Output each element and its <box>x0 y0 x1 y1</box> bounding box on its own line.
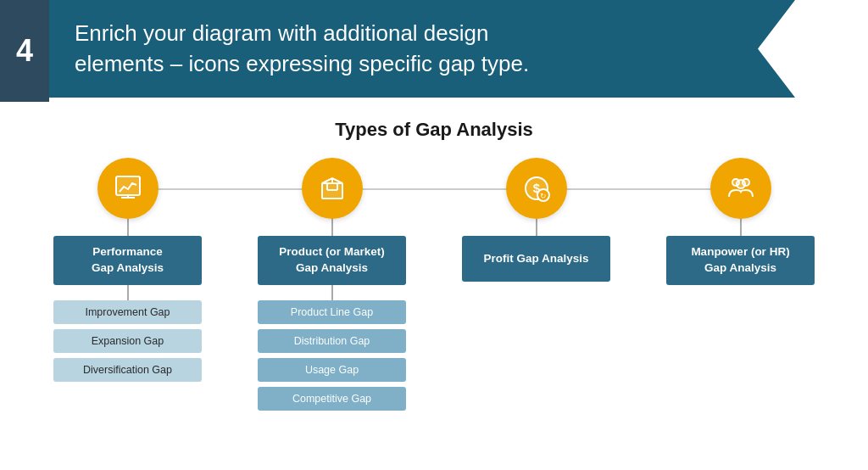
svg-point-15 <box>737 180 745 188</box>
columns-container: PerformanceGap Analysis Improvement Gap … <box>25 158 843 411</box>
vline-performance-bottom <box>127 285 129 300</box>
manpower-label: Manpower (or HR)Gap Analysis <box>666 236 815 285</box>
column-profit: $ ↻ Profit Gap Analysis <box>443 158 630 282</box>
profit-label: Profit Gap Analysis <box>462 236 610 282</box>
people-icon <box>710 158 771 219</box>
svg-rect-0 <box>116 176 140 195</box>
list-item: Product Line Gap <box>258 300 406 324</box>
list-item: Distribution Gap <box>258 329 406 353</box>
performance-sub-items: Improvement Gap Expansion Gap Diversific… <box>53 300 202 382</box>
banner-text: Enrich your diagram with additional desi… <box>75 19 529 78</box>
list-item: Usage Gap <box>258 358 406 382</box>
diagram: PerformanceGap Analysis Improvement Gap … <box>25 158 843 411</box>
product-sub-items: Product Line Gap Distribution Gap Usage … <box>258 300 406 411</box>
vline-performance-top <box>127 219 129 236</box>
performance-label: PerformanceGap Analysis <box>53 236 202 285</box>
main-content: Types of Gap Analysis PerformanceGap Ana… <box>0 110 868 470</box>
column-product: Product (or Market)Gap Analysis Product … <box>239 158 426 411</box>
step-number: 4 <box>16 33 33 69</box>
banner: Enrich your diagram with additional desi… <box>49 0 795 98</box>
section-title: Types of Gap Analysis <box>25 119 843 141</box>
product-label: Product (or Market)Gap Analysis <box>258 236 406 285</box>
vline-profit-top <box>536 219 537 236</box>
chart-icon <box>97 158 159 219</box>
list-item: Competitive Gap <box>258 387 406 411</box>
column-performance: PerformanceGap Analysis Improvement Gap … <box>35 158 221 382</box>
step-badge: 4 <box>0 0 49 102</box>
vline-product-bottom <box>331 285 333 300</box>
list-item: Diversification Gap <box>53 358 202 382</box>
column-manpower: Manpower (or HR)Gap Analysis <box>648 158 834 285</box>
svg-text:↻: ↻ <box>540 192 547 200</box>
vline-product-top <box>331 219 333 236</box>
list-item: Expansion Gap <box>53 329 202 353</box>
box-icon <box>302 158 363 219</box>
list-item: Improvement Gap <box>53 300 202 324</box>
coin-icon: $ ↻ <box>506 158 567 219</box>
vline-manpower-top <box>740 219 742 236</box>
